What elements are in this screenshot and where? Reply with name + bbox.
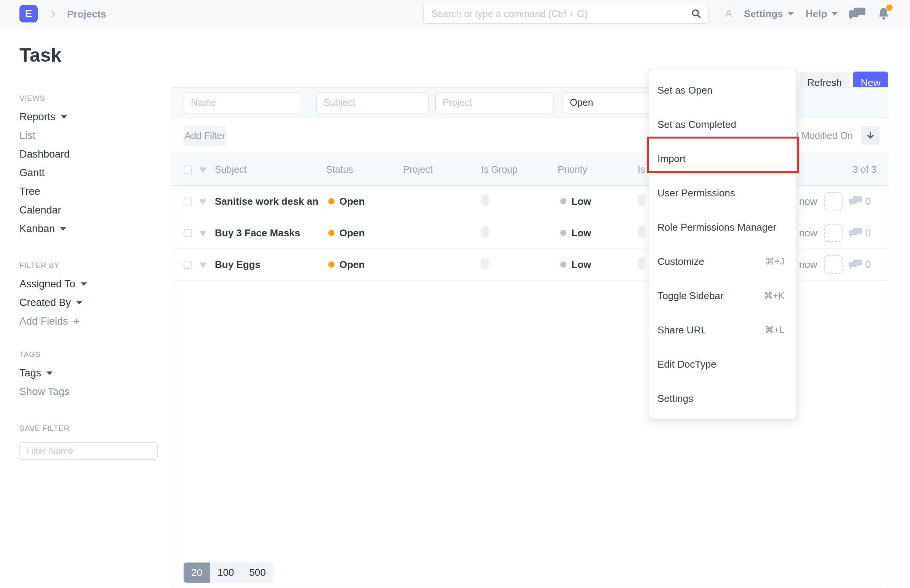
sidebar-views-list: Reports List Dashboard Gantt Tree Calend… bbox=[19, 108, 171, 238]
menu-item[interactable]: Role Permissions Manager bbox=[649, 210, 797, 244]
menu-item-label: User Permissions bbox=[657, 187, 735, 199]
sidebar-view-item[interactable]: Dashboard bbox=[19, 145, 171, 164]
sidebar-view-item[interactable]: Kanban bbox=[19, 220, 171, 238]
assignee-placeholder[interactable] bbox=[824, 192, 843, 210]
filter-name-input[interactable] bbox=[19, 442, 158, 460]
modified-timestamp: now bbox=[799, 259, 818, 271]
assignee-placeholder[interactable] bbox=[824, 255, 843, 274]
save-filter-heading: SAVE FILTER bbox=[19, 422, 171, 434]
heart-icon[interactable]: ♥ bbox=[199, 228, 206, 239]
menu-item-shortcut: ⌘+L bbox=[765, 325, 784, 335]
notification-dot bbox=[886, 5, 892, 11]
chat-icon[interactable] bbox=[848, 8, 865, 21]
menu-item[interactable]: Toggle Sidebar ⌘+K bbox=[649, 279, 797, 313]
is-milestone-checkbox-disabled bbox=[638, 258, 645, 269]
sidebar-tag-item[interactable]: Show Tags bbox=[19, 383, 171, 401]
row-checkbox[interactable] bbox=[184, 229, 192, 237]
sidebar-tag-item[interactable]: Tags bbox=[19, 364, 171, 383]
header-is-group[interactable]: Is Group bbox=[475, 164, 555, 175]
sidebar-view-item[interactable]: Tree bbox=[19, 182, 171, 201]
comment-icon bbox=[848, 196, 862, 207]
heart-icon[interactable]: ♥ bbox=[199, 259, 206, 270]
search-icon[interactable] bbox=[691, 8, 702, 19]
page-size-button[interactable]: 500 bbox=[241, 562, 273, 583]
select-all-checkbox[interactable] bbox=[184, 166, 192, 174]
project-filter-input[interactable] bbox=[436, 92, 554, 113]
sidebar-filter-item[interactable]: Add Fields + bbox=[19, 312, 171, 331]
task-subject-link[interactable]: Buy 3 Face Masks bbox=[215, 227, 300, 239]
breadcrumb-chevron-icon bbox=[49, 10, 57, 18]
comment-count: 0 bbox=[865, 227, 871, 239]
menu-item[interactable]: Share URL ⌘+L bbox=[649, 313, 797, 347]
header-project[interactable]: Project bbox=[398, 164, 475, 175]
row-checkbox[interactable] bbox=[184, 197, 192, 205]
filter-by-heading: FILTER BY bbox=[19, 260, 171, 271]
sidebar-view-item[interactable]: Gantt bbox=[19, 164, 171, 182]
sidebar-filter-list: Assigned To + Created By + Add Fields + bbox=[19, 275, 171, 331]
heart-icon[interactable]: ♥ bbox=[199, 164, 206, 175]
task-subject-link[interactable]: Buy Eggs bbox=[215, 259, 261, 270]
page-size-button[interactable]: 100 bbox=[210, 562, 241, 583]
menu-item[interactable]: Set as Completed bbox=[649, 107, 797, 142]
help-label: Help bbox=[806, 8, 827, 20]
settings-menu[interactable]: Settings bbox=[744, 8, 794, 20]
chevron-down-icon bbox=[60, 227, 66, 231]
sidebar-view-item[interactable]: Calendar bbox=[19, 201, 171, 220]
is-milestone-checkbox-disabled bbox=[638, 226, 645, 237]
priority-label: Low bbox=[572, 195, 591, 207]
add-filter-button[interactable]: Add Filter bbox=[184, 126, 226, 146]
menu-item[interactable]: Edit DocType bbox=[649, 347, 797, 381]
search-input[interactable] bbox=[431, 8, 691, 19]
comment-icon bbox=[848, 228, 862, 238]
views-heading: VIEWS bbox=[19, 92, 171, 104]
priority-label: Low bbox=[572, 227, 591, 239]
sidebar-item-label: Tree bbox=[19, 186, 40, 197]
sidebar-view-item[interactable]: Reports bbox=[19, 108, 171, 126]
sidebar-item-label: Reports bbox=[19, 111, 56, 123]
header-status[interactable]: Status bbox=[322, 164, 398, 175]
comment-icon bbox=[848, 260, 862, 270]
pagination: 20100500 bbox=[184, 562, 274, 583]
chevron-down-icon bbox=[61, 115, 67, 119]
breadcrumb[interactable]: Projects bbox=[67, 8, 106, 20]
menu-item[interactable]: Customize ⌘+J bbox=[649, 244, 797, 279]
header-priority[interactable]: Priority bbox=[555, 164, 631, 175]
app-logo[interactable]: E bbox=[19, 5, 38, 23]
sidebar-item-label: Kanban bbox=[19, 223, 55, 235]
chevron-down-icon bbox=[832, 12, 838, 16]
assignee-placeholder[interactable] bbox=[824, 224, 843, 242]
notifications-bell-icon[interactable] bbox=[876, 6, 891, 21]
comment-count: 0 bbox=[865, 259, 871, 271]
status-label: Open bbox=[339, 227, 364, 239]
sidebar-view-item[interactable]: List bbox=[19, 126, 171, 145]
header-subject[interactable]: Subject bbox=[215, 164, 322, 175]
priority-indicator-dot bbox=[560, 230, 567, 236]
help-menu[interactable]: Help bbox=[806, 8, 838, 20]
page-size-button[interactable]: 20 bbox=[184, 562, 210, 583]
sort-direction-button[interactable] bbox=[861, 126, 879, 145]
row-checkbox[interactable] bbox=[184, 261, 192, 269]
avatar[interactable]: A bbox=[721, 5, 736, 22]
sidebar-item-label: List bbox=[19, 130, 36, 142]
sidebar-filter-item[interactable]: Created By + bbox=[19, 294, 171, 312]
is-group-checkbox-disabled bbox=[481, 258, 489, 269]
menu-item-label: Set as Open bbox=[657, 84, 713, 96]
priority-indicator-dot bbox=[560, 198, 567, 204]
menu-item-label: Toggle Sidebar bbox=[657, 290, 723, 302]
subject-filter-input[interactable] bbox=[316, 92, 429, 113]
menu-item[interactable]: Set as Open bbox=[649, 73, 797, 107]
name-filter-input[interactable] bbox=[184, 92, 300, 113]
menu-item-label: Import bbox=[657, 153, 686, 165]
chevron-down-icon bbox=[81, 283, 87, 286]
sidebar-filter-item[interactable]: Assigned To + bbox=[19, 275, 171, 294]
comment-count: 0 bbox=[865, 195, 871, 207]
menu-item-label: Set as Completed bbox=[657, 119, 736, 131]
sidebar: VIEWS Reports List Dashboard Gantt Tree … bbox=[0, 87, 171, 588]
menu-item[interactable]: Settings bbox=[649, 381, 797, 415]
menu-item[interactable]: User Permissions bbox=[649, 176, 797, 210]
menu-item[interactable]: Import bbox=[649, 142, 797, 176]
settings-label: Settings bbox=[744, 8, 783, 20]
heart-icon[interactable]: ♥ bbox=[199, 196, 206, 207]
sidebar-item-label: Assigned To bbox=[19, 278, 75, 290]
task-subject-link[interactable]: Sanitise work desk an bbox=[215, 195, 319, 207]
